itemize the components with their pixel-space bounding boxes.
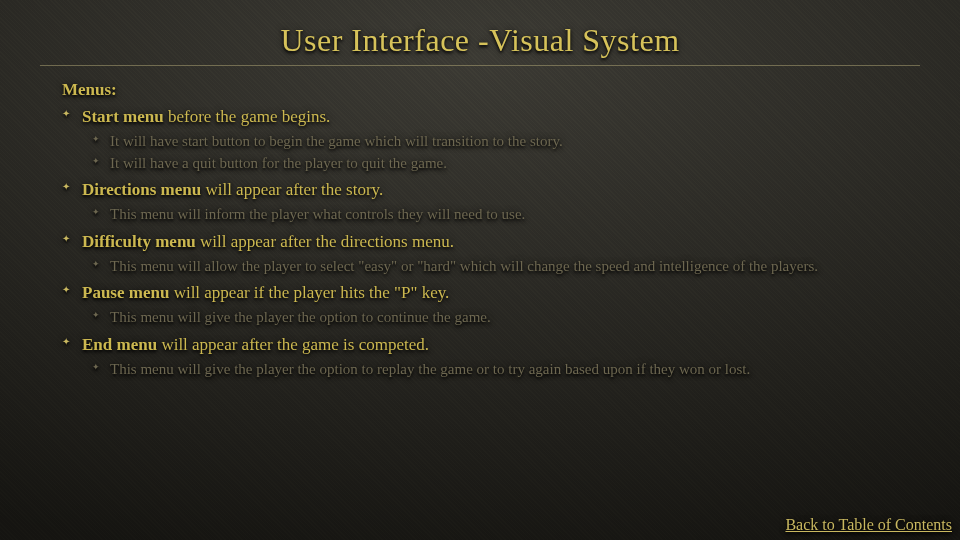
sub-item: This menu will give the player the optio…	[110, 308, 920, 328]
item-heading: Difficulty menu will appear after the di…	[82, 231, 920, 253]
item-rest: will appear after the game is competed.	[157, 335, 429, 354]
item-bold: Directions menu	[82, 180, 201, 199]
sub-list: This menu will allow the player to selec…	[82, 257, 920, 277]
sub-item: This menu will allow the player to selec…	[110, 257, 920, 277]
item-bold: Pause menu	[82, 283, 169, 302]
slide: User Interface -Visual System Menus: Sta…	[0, 0, 960, 540]
item-bold: End menu	[82, 335, 157, 354]
sub-list: This menu will give the player the optio…	[82, 360, 920, 380]
sub-list: This menu will inform the player what co…	[82, 205, 920, 225]
title-rule	[40, 65, 920, 66]
item-rest: will appear after the story.	[201, 180, 383, 199]
item-heading: Directions menu will appear after the st…	[82, 179, 920, 201]
list-item: Difficulty menu will appear after the di…	[82, 231, 920, 277]
item-bold: Start menu	[82, 107, 164, 126]
item-rest: will appear after the directions menu.	[196, 232, 454, 251]
slide-title: User Interface -Visual System	[40, 22, 920, 59]
list-item: End menu will appear after the game is c…	[82, 334, 920, 380]
sub-item: It will have start button to begin the g…	[110, 132, 920, 152]
sub-item: This menu will inform the player what co…	[110, 205, 920, 225]
list-item: Start menu before the game begins. It wi…	[82, 106, 920, 173]
section-label: Menus:	[62, 80, 920, 100]
item-heading: Pause menu will appear if the player hit…	[82, 282, 920, 304]
menu-list: Start menu before the game begins. It wi…	[40, 106, 920, 379]
item-rest: before the game begins.	[164, 107, 331, 126]
sub-list: It will have start button to begin the g…	[82, 132, 920, 173]
list-item: Directions menu will appear after the st…	[82, 179, 920, 225]
sub-list: This menu will give the player the optio…	[82, 308, 920, 328]
sub-item: This menu will give the player the optio…	[110, 360, 920, 380]
item-heading: End menu will appear after the game is c…	[82, 334, 920, 356]
item-bold: Difficulty menu	[82, 232, 196, 251]
list-item: Pause menu will appear if the player hit…	[82, 282, 920, 328]
sub-item: It will have a quit button for the playe…	[110, 154, 920, 174]
item-heading: Start menu before the game begins.	[82, 106, 920, 128]
item-rest: will appear if the player hits the "P" k…	[169, 283, 449, 302]
back-to-toc-link[interactable]: Back to Table of Contents	[785, 516, 952, 534]
